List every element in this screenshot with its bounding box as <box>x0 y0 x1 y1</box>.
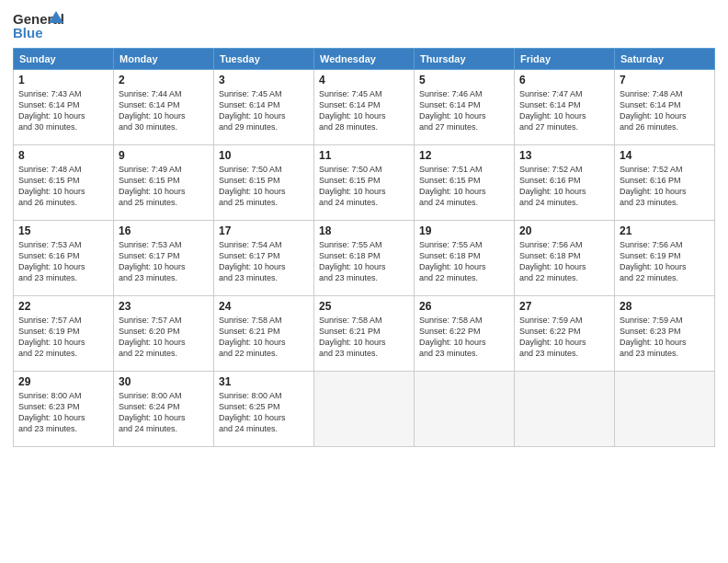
calendar-table: SundayMondayTuesdayWednesdayThursdayFrid… <box>13 48 715 447</box>
day-number: 14 <box>620 149 710 162</box>
calendar-header-row: SundayMondayTuesdayWednesdayThursdayFrid… <box>14 49 715 70</box>
day-number: 30 <box>119 375 209 388</box>
col-header-tuesday: Tuesday <box>214 49 314 70</box>
day-cell-11: 11Sunrise: 7:50 AM Sunset: 6:15 PM Dayli… <box>314 145 415 221</box>
day-number: 4 <box>319 74 409 86</box>
day-cell-19: 19Sunrise: 7:55 AM Sunset: 6:18 PM Dayli… <box>415 221 515 296</box>
day-info: Sunrise: 7:57 AM Sunset: 6:20 PM Dayligh… <box>119 315 209 360</box>
day-info: Sunrise: 7:43 AM Sunset: 6:14 PM Dayligh… <box>18 88 108 133</box>
day-number: 13 <box>519 149 609 162</box>
empty-cell <box>615 372 715 447</box>
day-info: Sunrise: 7:50 AM Sunset: 6:15 PM Dayligh… <box>219 164 309 209</box>
day-cell-4: 4Sunrise: 7:45 AM Sunset: 6:14 PM Daylig… <box>314 70 415 145</box>
day-cell-2: 2Sunrise: 7:44 AM Sunset: 6:14 PM Daylig… <box>114 70 214 145</box>
week-row-3: 15Sunrise: 7:53 AM Sunset: 6:16 PM Dayli… <box>14 221 715 296</box>
col-header-wednesday: Wednesday <box>314 49 415 70</box>
day-info: Sunrise: 7:55 AM Sunset: 6:18 PM Dayligh… <box>319 239 409 284</box>
day-number: 2 <box>119 74 209 86</box>
day-number: 17 <box>219 224 309 237</box>
day-number: 25 <box>319 300 409 313</box>
page-container: GeneralBlue SundayMondayTuesdayWednesday… <box>0 0 728 456</box>
day-cell-27: 27Sunrise: 7:59 AM Sunset: 6:22 PM Dayli… <box>515 296 615 372</box>
day-info: Sunrise: 8:00 AM Sunset: 6:25 PM Dayligh… <box>219 390 309 435</box>
day-cell-16: 16Sunrise: 7:53 AM Sunset: 6:17 PM Dayli… <box>114 221 214 296</box>
day-cell-29: 29Sunrise: 8:00 AM Sunset: 6:23 PM Dayli… <box>14 372 114 447</box>
day-number: 12 <box>419 149 509 162</box>
day-info: Sunrise: 7:55 AM Sunset: 6:18 PM Dayligh… <box>419 239 509 284</box>
day-cell-13: 13Sunrise: 7:52 AM Sunset: 6:16 PM Dayli… <box>515 145 615 221</box>
day-number: 11 <box>319 149 409 162</box>
day-number: 24 <box>219 300 309 313</box>
day-cell-17: 17Sunrise: 7:54 AM Sunset: 6:17 PM Dayli… <box>214 221 314 296</box>
day-number: 10 <box>219 149 309 162</box>
day-number: 26 <box>419 300 509 313</box>
day-info: Sunrise: 7:53 AM Sunset: 6:16 PM Dayligh… <box>18 239 108 284</box>
day-info: Sunrise: 7:53 AM Sunset: 6:17 PM Dayligh… <box>119 239 209 284</box>
empty-cell <box>515 372 615 447</box>
day-number: 23 <box>119 300 209 313</box>
day-info: Sunrise: 7:45 AM Sunset: 6:14 PM Dayligh… <box>319 88 409 133</box>
day-number: 22 <box>18 300 108 313</box>
day-info: Sunrise: 7:58 AM Sunset: 6:21 PM Dayligh… <box>219 315 309 360</box>
day-info: Sunrise: 7:52 AM Sunset: 6:16 PM Dayligh… <box>620 164 710 209</box>
day-number: 19 <box>419 224 509 237</box>
week-row-2: 8Sunrise: 7:48 AM Sunset: 6:15 PM Daylig… <box>14 145 715 221</box>
day-info: Sunrise: 7:46 AM Sunset: 6:14 PM Dayligh… <box>419 88 509 133</box>
day-cell-6: 6Sunrise: 7:47 AM Sunset: 6:14 PM Daylig… <box>515 70 615 145</box>
day-cell-31: 31Sunrise: 8:00 AM Sunset: 6:25 PM Dayli… <box>214 372 314 447</box>
header: GeneralBlue <box>13 9 715 42</box>
day-info: Sunrise: 7:59 AM Sunset: 6:22 PM Dayligh… <box>519 315 609 360</box>
day-cell-30: 30Sunrise: 8:00 AM Sunset: 6:24 PM Dayli… <box>114 372 214 447</box>
day-cell-3: 3Sunrise: 7:45 AM Sunset: 6:14 PM Daylig… <box>214 70 314 145</box>
day-number: 18 <box>319 224 409 237</box>
svg-text:Blue: Blue <box>13 25 43 40</box>
day-info: Sunrise: 7:44 AM Sunset: 6:14 PM Dayligh… <box>119 88 209 133</box>
day-cell-10: 10Sunrise: 7:50 AM Sunset: 6:15 PM Dayli… <box>214 145 314 221</box>
day-number: 27 <box>519 300 609 313</box>
day-info: Sunrise: 8:00 AM Sunset: 6:24 PM Dayligh… <box>119 390 209 435</box>
day-cell-28: 28Sunrise: 7:59 AM Sunset: 6:23 PM Dayli… <box>615 296 715 372</box>
day-cell-26: 26Sunrise: 7:58 AM Sunset: 6:22 PM Dayli… <box>415 296 515 372</box>
day-number: 7 <box>620 74 710 86</box>
day-info: Sunrise: 7:59 AM Sunset: 6:23 PM Dayligh… <box>620 315 710 360</box>
day-number: 15 <box>18 224 108 237</box>
day-info: Sunrise: 7:48 AM Sunset: 6:15 PM Dayligh… <box>18 164 108 209</box>
day-cell-21: 21Sunrise: 7:56 AM Sunset: 6:19 PM Dayli… <box>615 221 715 296</box>
day-info: Sunrise: 7:49 AM Sunset: 6:15 PM Dayligh… <box>119 164 209 209</box>
col-header-friday: Friday <box>515 49 615 70</box>
logo: GeneralBlue <box>13 9 63 42</box>
day-cell-8: 8Sunrise: 7:48 AM Sunset: 6:15 PM Daylig… <box>14 145 114 221</box>
day-info: Sunrise: 7:48 AM Sunset: 6:14 PM Dayligh… <box>620 88 710 133</box>
empty-cell <box>415 372 515 447</box>
day-cell-7: 7Sunrise: 7:48 AM Sunset: 6:14 PM Daylig… <box>615 70 715 145</box>
day-cell-18: 18Sunrise: 7:55 AM Sunset: 6:18 PM Dayli… <box>314 221 415 296</box>
logo-svg: GeneralBlue <box>13 9 63 42</box>
day-info: Sunrise: 7:54 AM Sunset: 6:17 PM Dayligh… <box>219 239 309 284</box>
day-number: 29 <box>18 375 108 388</box>
day-cell-25: 25Sunrise: 7:58 AM Sunset: 6:21 PM Dayli… <box>314 296 415 372</box>
col-header-sunday: Sunday <box>14 49 114 70</box>
day-info: Sunrise: 7:52 AM Sunset: 6:16 PM Dayligh… <box>519 164 609 209</box>
day-number: 5 <box>419 74 509 86</box>
day-number: 28 <box>620 300 710 313</box>
day-info: Sunrise: 7:50 AM Sunset: 6:15 PM Dayligh… <box>319 164 409 209</box>
week-row-4: 22Sunrise: 7:57 AM Sunset: 6:19 PM Dayli… <box>14 296 715 372</box>
day-cell-1: 1Sunrise: 7:43 AM Sunset: 6:14 PM Daylig… <box>14 70 114 145</box>
day-number: 8 <box>18 149 108 162</box>
day-cell-20: 20Sunrise: 7:56 AM Sunset: 6:18 PM Dayli… <box>515 221 615 296</box>
day-cell-22: 22Sunrise: 7:57 AM Sunset: 6:19 PM Dayli… <box>14 296 114 372</box>
day-number: 3 <box>219 74 309 86</box>
day-number: 31 <box>219 375 309 388</box>
col-header-monday: Monday <box>114 49 214 70</box>
week-row-1: 1Sunrise: 7:43 AM Sunset: 6:14 PM Daylig… <box>14 70 715 145</box>
day-cell-5: 5Sunrise: 7:46 AM Sunset: 6:14 PM Daylig… <box>415 70 515 145</box>
day-cell-23: 23Sunrise: 7:57 AM Sunset: 6:20 PM Dayli… <box>114 296 214 372</box>
col-header-thursday: Thursday <box>415 49 515 70</box>
day-cell-15: 15Sunrise: 7:53 AM Sunset: 6:16 PM Dayli… <box>14 221 114 296</box>
day-cell-14: 14Sunrise: 7:52 AM Sunset: 6:16 PM Dayli… <box>615 145 715 221</box>
day-info: Sunrise: 7:47 AM Sunset: 6:14 PM Dayligh… <box>519 88 609 133</box>
day-info: Sunrise: 7:58 AM Sunset: 6:22 PM Dayligh… <box>419 315 509 360</box>
day-number: 6 <box>519 74 609 86</box>
day-info: Sunrise: 8:00 AM Sunset: 6:23 PM Dayligh… <box>18 390 108 435</box>
day-cell-9: 9Sunrise: 7:49 AM Sunset: 6:15 PM Daylig… <box>114 145 214 221</box>
